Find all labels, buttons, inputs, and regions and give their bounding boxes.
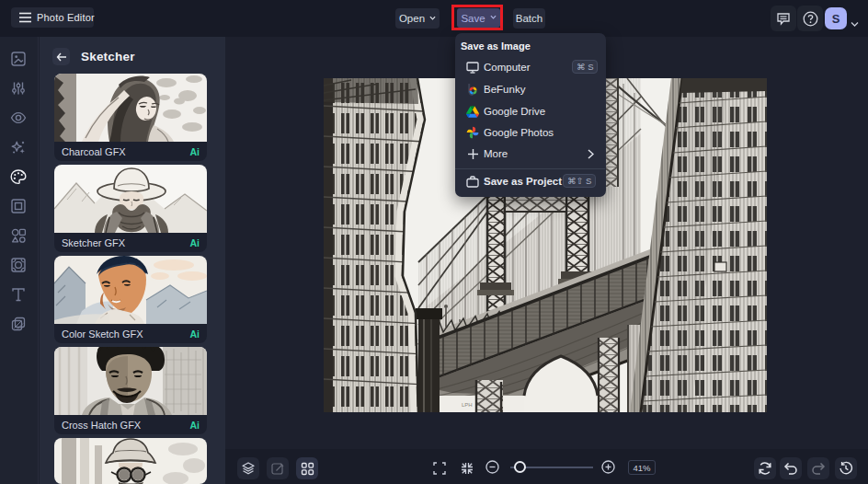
svg-text:LPH: LPH [462, 402, 473, 408]
